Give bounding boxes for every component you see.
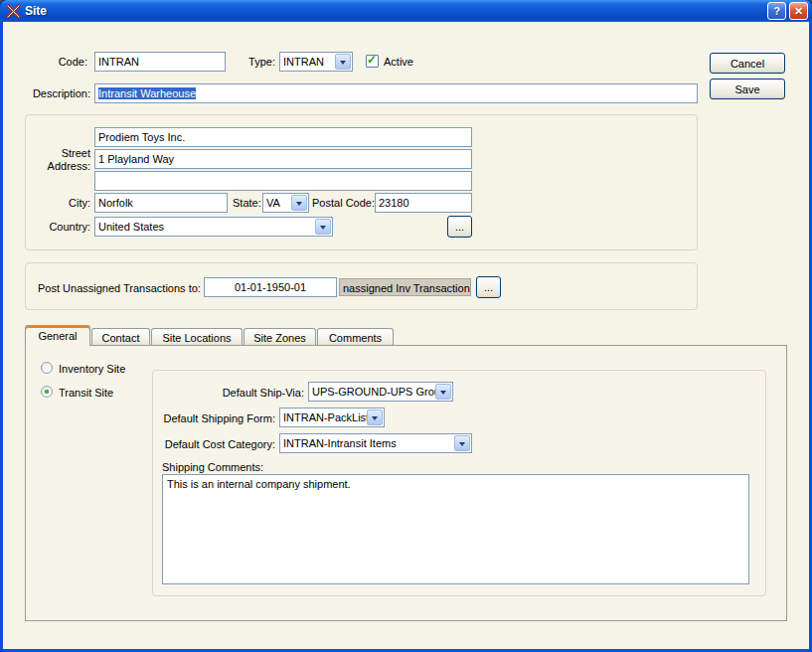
shipping-form-label: Default Shipping Form: xyxy=(152,411,275,425)
country-combobox[interactable]: United States xyxy=(94,217,333,237)
tab-general[interactable]: General xyxy=(25,325,90,346)
chevron-down-icon[interactable] xyxy=(367,409,383,425)
code-input[interactable] xyxy=(94,52,226,72)
account-description-field: nassigned Inv Transactions xyxy=(339,278,471,296)
city-input[interactable] xyxy=(94,193,228,213)
account-browse-button[interactable]: ... xyxy=(476,276,501,298)
chevron-down-icon[interactable] xyxy=(454,435,470,451)
ship-via-value: UPS-GROUND-UPS Ground xyxy=(312,385,435,399)
chevron-down-icon[interactable] xyxy=(435,384,451,400)
cost-category-value: INTRAN-Intransit Items xyxy=(283,436,454,450)
post-unassigned-label: Post Unassigned Transactions to: xyxy=(38,281,201,295)
address-line2-input[interactable] xyxy=(94,149,472,169)
app-icon xyxy=(6,4,21,19)
tab-site-locations[interactable]: Site Locations xyxy=(151,328,243,346)
title-bar[interactable]: Site ? ✕ xyxy=(0,0,812,22)
description-input[interactable]: Intransit Warheouse xyxy=(94,83,698,103)
checkmark-icon: ✓ xyxy=(367,53,377,67)
ship-via-combobox[interactable]: UPS-GROUND-UPS Ground xyxy=(308,382,453,402)
description-label: Description: xyxy=(25,86,90,100)
dialog-body: Code: Type: INTRAN ✓ Active Cancel Save … xyxy=(3,22,809,649)
tab-site-zones[interactable]: Site Zones xyxy=(244,328,316,346)
state-combobox[interactable]: VA xyxy=(262,193,309,213)
active-label: Active xyxy=(384,55,413,69)
chevron-down-icon[interactable] xyxy=(335,54,351,70)
ship-via-label: Default Ship-Via: xyxy=(182,386,304,400)
help-icon[interactable]: ? xyxy=(767,2,786,20)
inventory-site-radio[interactable] xyxy=(41,362,53,374)
site-dialog: Site ? ✕ Code: Type: INTRAN ✓ Active Can… xyxy=(0,0,812,652)
save-button[interactable]: Save xyxy=(710,79,785,99)
type-combobox[interactable]: INTRAN xyxy=(279,52,353,72)
country-value: United States xyxy=(98,220,315,234)
state-label: State: xyxy=(233,196,261,210)
window-title: Site xyxy=(25,4,764,18)
transit-site-label: Transit Site xyxy=(59,386,113,400)
address-line1-input[interactable] xyxy=(94,127,472,147)
chevron-down-icon[interactable] xyxy=(315,219,331,235)
cost-category-label: Default Cost Category: xyxy=(152,437,275,451)
description-selected-text: Intransit Warheouse xyxy=(98,87,196,99)
state-value: VA xyxy=(266,196,291,210)
code-label: Code: xyxy=(33,55,87,69)
city-label: City: xyxy=(43,196,90,210)
type-label: Type: xyxy=(242,55,275,69)
cancel-button[interactable]: Cancel xyxy=(710,53,785,74)
shipping-comments-label: Shipping Comments: xyxy=(162,460,263,474)
transit-site-radio[interactable] xyxy=(41,386,53,398)
chevron-down-icon[interactable] xyxy=(291,195,307,211)
shipping-form-value: INTRAN-PackList xyxy=(283,410,367,424)
postal-code-input[interactable] xyxy=(375,193,472,213)
inventory-site-label: Inventory Site xyxy=(59,362,125,376)
postal-code-label: Postal Code: xyxy=(312,196,375,210)
active-checkbox[interactable]: ✓ xyxy=(366,55,379,68)
post-unassigned-account-input[interactable] xyxy=(204,277,337,297)
address-line3-input[interactable] xyxy=(94,171,472,191)
shipping-comments-textarea[interactable]: This is an internal company shipment. xyxy=(162,474,749,584)
tab-contact[interactable]: Contact xyxy=(91,328,150,346)
cost-category-combobox[interactable]: INTRAN-Intransit Items xyxy=(279,433,472,453)
tab-comments[interactable]: Comments xyxy=(317,328,394,346)
country-browse-button[interactable]: ... xyxy=(447,216,472,238)
shipping-form-combobox[interactable]: INTRAN-PackList xyxy=(279,408,385,427)
country-label: Country: xyxy=(31,220,90,234)
type-value: INTRAN xyxy=(283,55,335,69)
street-address-label: Street Address: xyxy=(31,147,90,173)
close-icon[interactable]: ✕ xyxy=(789,2,808,20)
